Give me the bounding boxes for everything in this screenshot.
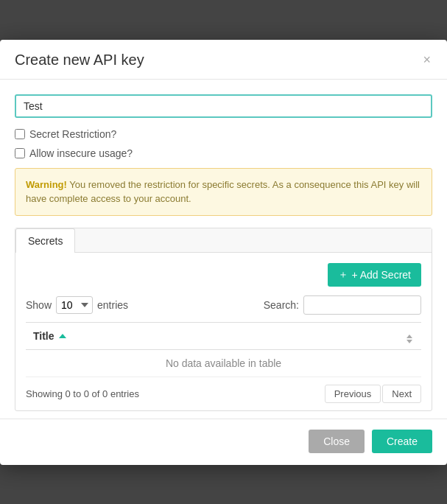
- close-button[interactable]: Close: [309, 430, 365, 453]
- pagination-buttons: Previous Next: [325, 385, 421, 403]
- modal-overlay: Create new API key × Secret Restriction?…: [0, 0, 447, 504]
- allow-insecure-row: Allow insecure usage?: [15, 147, 432, 159]
- empty-table-row: No data available in table: [26, 349, 421, 377]
- entries-label: entries: [97, 299, 128, 311]
- title-column-label: Title: [33, 330, 54, 342]
- create-button[interactable]: Create: [372, 430, 432, 453]
- secret-restriction-label[interactable]: Secret Restriction?: [29, 128, 116, 140]
- previous-button[interactable]: Previous: [325, 385, 381, 403]
- modal-dialog: Create new API key × Secret Restriction?…: [0, 40, 447, 465]
- title-column-header[interactable]: Title: [26, 322, 399, 349]
- title-sort-icon: [59, 334, 66, 338]
- warning-text: You removed the restriction for specific…: [26, 179, 420, 205]
- add-secret-label: + Add Secret: [351, 269, 411, 281]
- show-entries-control: Show 10 25 50 100 entries: [26, 296, 128, 314]
- sort-updown-icon: [406, 335, 412, 343]
- table-controls: Show 10 25 50 100 entries Search:: [26, 295, 421, 315]
- warning-bold-text: Warning!: [26, 179, 67, 190]
- api-key-name-input[interactable]: [15, 94, 432, 118]
- secrets-table: Title: [26, 322, 421, 377]
- secret-restriction-row: Secret Restriction?: [15, 128, 432, 140]
- secret-restriction-checkbox[interactable]: [15, 129, 25, 139]
- tabs-container: Secrets ＋ + Add Secret Show: [15, 228, 432, 411]
- plus-icon: ＋: [338, 268, 348, 281]
- table-toolbar: ＋ + Add Secret: [26, 263, 421, 287]
- entries-per-page-select[interactable]: 10 25 50 100: [56, 296, 93, 314]
- pagination-row: Showing 0 to 0 of 0 entries Previous Nex…: [26, 385, 421, 403]
- search-box: Search:: [264, 295, 421, 315]
- search-label: Search:: [264, 299, 299, 311]
- search-input[interactable]: [303, 295, 421, 315]
- tab-header: Secrets: [15, 228, 432, 253]
- modal-title: Create new API key: [15, 52, 144, 69]
- showing-text: Showing 0 to 0 of 0 entries: [26, 388, 139, 399]
- close-x-button[interactable]: ×: [421, 53, 432, 66]
- next-button[interactable]: Next: [382, 385, 421, 403]
- modal-body: Secret Restriction? Allow insecure usage…: [0, 80, 447, 419]
- tab-content-secrets: ＋ + Add Secret Show 10 25 50 100: [15, 253, 432, 410]
- sort-up-arrow: [59, 334, 66, 338]
- modal-footer: Close Create: [0, 419, 447, 465]
- warning-box: Warning! You removed the restriction for…: [15, 168, 432, 216]
- modal-header: Create new API key ×: [0, 40, 447, 80]
- tab-secrets[interactable]: Secrets: [15, 228, 75, 253]
- actions-column-header: [399, 322, 421, 349]
- allow-insecure-label[interactable]: Allow insecure usage?: [29, 147, 133, 159]
- allow-insecure-checkbox[interactable]: [15, 148, 25, 158]
- empty-table-message: No data available in table: [26, 349, 421, 377]
- show-label: Show: [26, 299, 52, 311]
- add-secret-button[interactable]: ＋ + Add Secret: [328, 263, 421, 287]
